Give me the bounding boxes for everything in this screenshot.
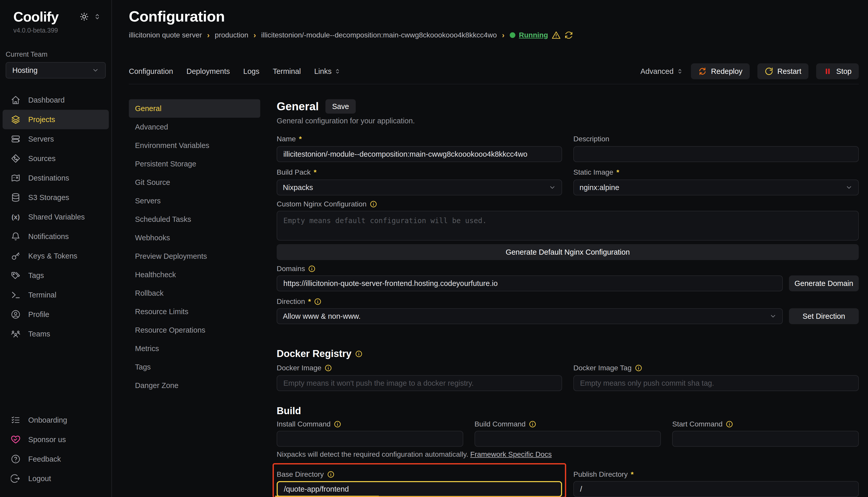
page-title: Configuration bbox=[129, 8, 859, 25]
subnav-git-source[interactable]: Git Source bbox=[129, 173, 260, 191]
sidebar-item-shared-variables[interactable]: (x) Shared Variables bbox=[3, 207, 109, 227]
info-icon bbox=[334, 420, 341, 428]
tab-configuration[interactable]: Configuration bbox=[129, 67, 173, 76]
subnav-tags[interactable]: Tags bbox=[129, 358, 260, 376]
sidebar-item-dashboard[interactable]: Dashboard bbox=[3, 90, 109, 110]
build-command-input[interactable] bbox=[474, 431, 661, 447]
home-icon bbox=[11, 95, 20, 105]
name-input[interactable] bbox=[277, 146, 562, 162]
restart-icon bbox=[764, 67, 773, 76]
sidebar-footer: Onboarding Sponsor us Feedback Logout bbox=[0, 410, 111, 497]
docker-image-tag-input[interactable] bbox=[573, 375, 859, 391]
theme-selector-icon[interactable] bbox=[93, 13, 101, 20]
subnav-persistent-storage[interactable]: Persistent Storage bbox=[129, 155, 260, 173]
direction-select[interactable]: Allow www & non-www. bbox=[277, 308, 783, 324]
breadcrumb-separator: › bbox=[207, 31, 210, 40]
subnav-healthcheck[interactable]: Healthcheck bbox=[129, 266, 260, 284]
status-badge: Running bbox=[510, 30, 573, 40]
breadcrumb-project[interactable]: illicitonion quote server bbox=[129, 31, 202, 39]
redeploy-button[interactable]: Redeploy bbox=[691, 63, 750, 79]
sidebar-item-label: Sources bbox=[28, 154, 55, 163]
description-input[interactable] bbox=[573, 146, 859, 162]
info-icon bbox=[635, 364, 643, 372]
build-pack-label: Build Pack* bbox=[277, 168, 562, 177]
start-command-input[interactable] bbox=[672, 431, 859, 447]
user-circle-icon bbox=[11, 310, 20, 319]
publish-directory-input[interactable] bbox=[573, 481, 859, 497]
team-select-value: Hosting bbox=[12, 66, 38, 75]
subnav-resource-operations[interactable]: Resource Operations bbox=[129, 321, 260, 339]
sidebar-item-tags[interactable]: Tags bbox=[3, 266, 109, 285]
breadcrumb-environment[interactable]: production bbox=[215, 31, 248, 39]
tab-terminal[interactable]: Terminal bbox=[273, 67, 301, 76]
sidebar-item-teams[interactable]: Teams bbox=[3, 324, 109, 344]
redeploy-icon bbox=[698, 67, 707, 76]
info-icon bbox=[726, 420, 733, 428]
docker-image-input[interactable] bbox=[277, 375, 562, 391]
chevron-down-icon bbox=[769, 313, 777, 320]
generate-nginx-button[interactable]: Generate Default Nginx Configuration bbox=[277, 244, 859, 260]
advanced-menu[interactable]: Advanced bbox=[640, 67, 683, 76]
tab-deployments[interactable]: Deployments bbox=[187, 67, 230, 76]
nginx-config-textarea[interactable] bbox=[277, 211, 859, 241]
sidebar-item-label: Dashboard bbox=[28, 96, 65, 104]
tab-logs[interactable]: Logs bbox=[243, 67, 260, 76]
subnav-servers[interactable]: Servers bbox=[129, 191, 260, 210]
subnav-preview-deployments[interactable]: Preview Deployments bbox=[129, 247, 260, 266]
subnav-general[interactable]: General bbox=[129, 99, 260, 118]
subnav-scheduled-tasks[interactable]: Scheduled Tasks bbox=[129, 210, 260, 228]
subnav-webhooks[interactable]: Webhooks bbox=[129, 228, 260, 247]
save-button[interactable]: Save bbox=[326, 99, 356, 114]
sidebar-item-feedback[interactable]: Feedback bbox=[3, 449, 109, 469]
sidebar-item-logout[interactable]: Logout bbox=[3, 469, 109, 488]
sidebar-item-label: Feedback bbox=[28, 455, 61, 464]
sidebar-item-s3-storages[interactable]: S3 Storages bbox=[3, 188, 109, 207]
name-label: Name* bbox=[277, 134, 562, 144]
layers-icon bbox=[11, 115, 20, 124]
subnav-advanced[interactable]: Advanced bbox=[129, 118, 260, 136]
framework-docs-link[interactable]: Framework Specific Docs bbox=[470, 450, 552, 458]
restart-button[interactable]: Restart bbox=[757, 63, 809, 79]
sidebar-item-sources[interactable]: Sources bbox=[3, 149, 109, 168]
refresh-status-icon[interactable] bbox=[564, 31, 573, 40]
install-command-input[interactable] bbox=[277, 431, 463, 447]
sidebar-item-label: Logout bbox=[28, 474, 51, 483]
static-image-select[interactable]: nginx:alpine bbox=[573, 180, 859, 195]
subnav-resource-limits[interactable]: Resource Limits bbox=[129, 302, 260, 321]
info-icon bbox=[314, 298, 321, 306]
status-running-link[interactable]: Running bbox=[519, 31, 548, 39]
app-actions: Advanced Redeploy Restart Stop bbox=[640, 63, 859, 79]
sidebar-item-projects[interactable]: Projects bbox=[3, 110, 109, 129]
sidebar-item-profile[interactable]: Profile bbox=[3, 305, 109, 324]
sidebar-item-sponsor[interactable]: Sponsor us bbox=[3, 430, 109, 449]
generate-domain-button[interactable]: Generate Domain bbox=[789, 275, 859, 291]
tags-icon bbox=[11, 271, 20, 280]
sidebar-item-destinations[interactable]: Destinations bbox=[3, 168, 109, 188]
theme-sun-icon[interactable] bbox=[80, 12, 89, 21]
sidebar-item-keys-tokens[interactable]: Keys & Tokens bbox=[3, 246, 109, 266]
sidebar-item-label: Keys & Tokens bbox=[28, 252, 77, 260]
subnav-danger-zone[interactable]: Danger Zone bbox=[129, 376, 260, 395]
subnav-environment-variables[interactable]: Environment Variables bbox=[129, 136, 260, 155]
docker-image-label: Docker Image bbox=[277, 364, 562, 373]
subnav-rollback[interactable]: Rollback bbox=[129, 284, 260, 302]
subnav-metrics[interactable]: Metrics bbox=[129, 339, 260, 358]
coolify-logo: Coolify bbox=[13, 9, 58, 25]
set-direction-button[interactable]: Set Direction bbox=[789, 308, 859, 324]
breadcrumb-application[interactable]: illicitestonion/-module--decomposition:m… bbox=[261, 31, 497, 39]
build-pack-select[interactable]: Nixpacks bbox=[277, 180, 562, 195]
sidebar-item-notifications[interactable]: Notifications bbox=[3, 227, 109, 246]
tabs: Configuration Deployments Logs Terminal … bbox=[129, 67, 341, 76]
domains-input[interactable] bbox=[277, 275, 783, 291]
tab-links[interactable]: Links bbox=[314, 67, 341, 76]
sidebar-item-terminal[interactable]: Terminal bbox=[3, 285, 109, 305]
base-directory-input[interactable] bbox=[277, 481, 562, 497]
tabs-row: Configuration Deployments Logs Terminal … bbox=[129, 63, 859, 84]
stop-icon bbox=[823, 67, 832, 76]
sidebar-item-label: Tags bbox=[28, 271, 44, 280]
team-select[interactable]: Hosting bbox=[6, 62, 106, 79]
sidebar-item-onboarding[interactable]: Onboarding bbox=[3, 410, 109, 430]
sidebar-item-servers[interactable]: Servers bbox=[3, 129, 109, 149]
stop-button[interactable]: Stop bbox=[816, 63, 859, 79]
server-icon bbox=[11, 134, 20, 144]
